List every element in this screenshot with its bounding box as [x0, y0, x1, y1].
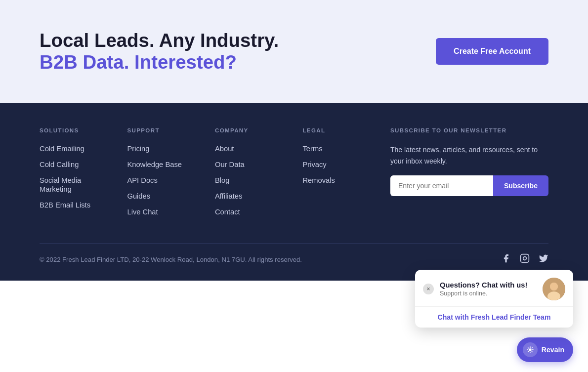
footer-link-pricing[interactable]: Pricing [127, 145, 149, 153]
cta-banner: Local Leads. Any Industry. B2B Data. Int… [0, 0, 588, 103]
newsletter-description: The latest news, articles, and resources… [390, 144, 548, 166]
chat-popup-header: × Questions? Chat with us! Support is on… [415, 270, 573, 281]
list-item: Pricing [127, 144, 200, 153]
list-item: Guides [127, 192, 200, 201]
create-account-button[interactable]: Create Free Account [436, 38, 548, 65]
footer-col-support: Support Pricing Knowledge Base API Docs … [127, 127, 200, 223]
footer-link-contact[interactable]: Contact [215, 208, 240, 216]
footer-link-cold-emailing[interactable]: Cold Emailing [40, 145, 84, 153]
footer-col-newsletter: Subscribe To Our Newsletter The latest n… [390, 127, 548, 223]
chat-popup: × Questions? Chat with us! Support is on… [415, 270, 573, 281]
footer-company-list: About Our Data Blog Affiliates Contact [215, 144, 288, 216]
list-item: Live Chat [127, 207, 200, 216]
footer-link-removals[interactable]: Removals [302, 176, 335, 184]
footer-newsletter-heading: Subscribe To Our Newsletter [390, 127, 548, 133]
footer-solutions-list: Cold Emailing Cold Calling Social Media … [40, 144, 112, 209]
footer-link-guides[interactable]: Guides [127, 192, 150, 200]
newsletter-subscribe-button[interactable]: Subscribe [493, 175, 548, 196]
twitter-icon[interactable] [539, 253, 548, 266]
footer-col-company: Company About Our Data Blog Affiliates C… [215, 127, 288, 223]
list-item: Our Data [215, 160, 288, 169]
list-item: Cold Emailing [40, 144, 112, 153]
footer-link-about[interactable]: About [215, 145, 234, 153]
footer-link-privacy[interactable]: Privacy [302, 161, 326, 168]
footer-columns: Solutions Cold Emailing Cold Calling Soc… [40, 127, 548, 243]
list-item: About [215, 144, 288, 153]
newsletter-email-input[interactable] [390, 175, 493, 196]
avatar-image [543, 278, 565, 281]
footer-legal-list: Terms Privacy Removals [302, 144, 375, 185]
svg-rect-0 [521, 254, 529, 263]
footer-link-knowledge-base[interactable]: Knowledge Base [127, 161, 181, 168]
footer-link-terms[interactable]: Terms [302, 145, 322, 153]
footer-link-social-media[interactable]: Social Media Marketing [40, 176, 81, 193]
svg-point-2 [543, 278, 565, 281]
footer-link-api-docs[interactable]: API Docs [127, 176, 157, 184]
list-item: Privacy [302, 160, 375, 169]
list-item: Cold Calling [40, 160, 112, 169]
footer-link-affiliates[interactable]: Affiliates [215, 192, 242, 200]
cta-text-block: Local Leads. Any Industry. B2B Data. Int… [40, 30, 279, 73]
list-item: API Docs [127, 176, 200, 185]
list-item: Blog [215, 176, 288, 185]
footer-solutions-heading: Solutions [40, 127, 112, 133]
footer-link-our-data[interactable]: Our Data [215, 161, 245, 168]
footer-copyright: © 2022 Fresh Lead Finder LTD, 20-22 Wenl… [40, 256, 302, 263]
instagram-icon[interactable] [520, 253, 530, 266]
list-item: Removals [302, 176, 375, 185]
facebook-icon[interactable] [501, 253, 511, 266]
footer-col-solutions: Solutions Cold Emailing Cold Calling Soc… [40, 127, 112, 223]
avatar [543, 278, 565, 281]
footer-support-heading: Support [127, 127, 200, 133]
list-item: B2B Email Lists [40, 201, 112, 209]
footer-col-legal: Legal Terms Privacy Removals [302, 127, 375, 223]
cta-headline-line2: B2B Data. Interested? [40, 51, 279, 73]
footer-link-cold-calling[interactable]: Cold Calling [40, 161, 79, 168]
footer: Solutions Cold Emailing Cold Calling Soc… [0, 103, 588, 281]
list-item: Contact [215, 207, 288, 216]
footer-link-b2b-email[interactable]: B2B Email Lists [40, 201, 90, 209]
footer-support-list: Pricing Knowledge Base API Docs Guides L… [127, 144, 200, 216]
footer-company-heading: Company [215, 127, 288, 133]
cta-headline: Local Leads. Any Industry. B2B Data. Int… [40, 30, 279, 73]
list-item: Social Media Marketing [40, 176, 112, 194]
footer-link-live-chat[interactable]: Live Chat [127, 208, 158, 216]
list-item: Knowledge Base [127, 160, 200, 169]
footer-bottom: © 2022 Fresh Lead Finder LTD, 20-22 Wenl… [40, 243, 548, 266]
cta-headline-line1: Local Leads. Any Industry. [40, 30, 279, 51]
list-item: Affiliates [215, 192, 288, 201]
social-icons-group [501, 253, 548, 266]
footer-link-blog[interactable]: Blog [215, 176, 229, 184]
newsletter-form: Subscribe [390, 175, 548, 196]
footer-legal-heading: Legal [302, 127, 375, 133]
list-item: Terms [302, 144, 375, 153]
